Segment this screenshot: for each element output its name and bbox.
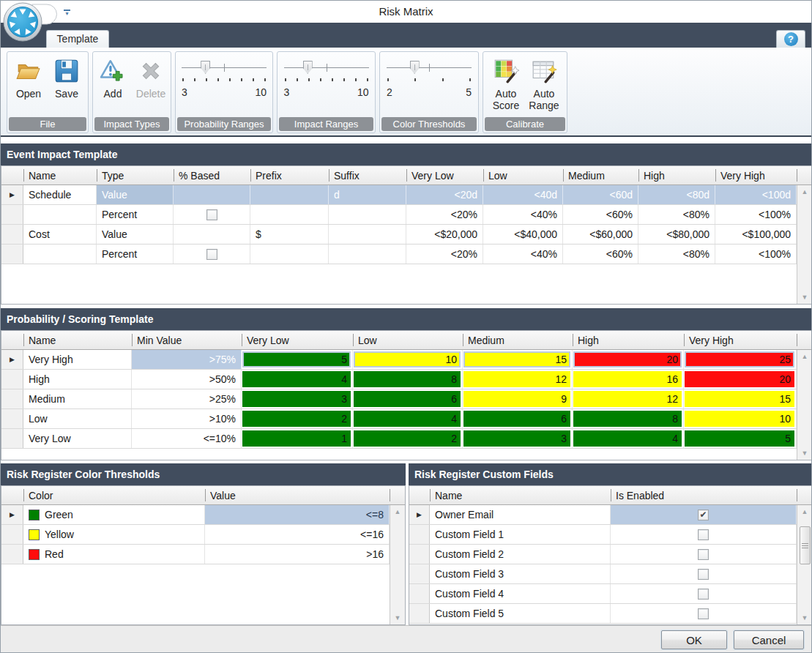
cell-low[interactable]: <40% <box>483 205 563 224</box>
cell-score-very-low[interactable]: 3 <box>242 389 353 408</box>
cell-pct-based[interactable] <box>174 245 250 264</box>
cell-is-enabled[interactable] <box>611 545 797 564</box>
cell-score-very-low[interactable]: 4 <box>242 370 353 389</box>
row-selector[interactable]: ▶ <box>1 350 23 369</box>
cell-low[interactable]: <40d <box>483 185 563 204</box>
cell-very-high[interactable]: <$100,000 <box>715 225 797 244</box>
auto-score-button[interactable]: Auto Score <box>487 56 525 111</box>
cell-score-very-low[interactable]: 1 <box>242 429 353 448</box>
impact-ranges-slider[interactable]: 3 10 <box>284 56 369 98</box>
col-header-low[interactable]: Low <box>483 166 563 184</box>
cell-suffix[interactable] <box>329 245 406 264</box>
col-header-color[interactable]: Color <box>23 486 205 504</box>
cell-pct-based[interactable] <box>174 185 250 204</box>
is-enabled-checkbox[interactable] <box>698 510 709 520</box>
cell-color[interactable]: Green <box>23 505 205 524</box>
cell-score-high[interactable]: 8 <box>573 409 684 428</box>
cell-score-medium[interactable]: 6 <box>463 409 573 428</box>
cell-score-high[interactable]: 4 <box>573 429 684 448</box>
cell-very-low[interactable]: <20d <box>406 185 483 204</box>
cell-name[interactable]: Custom Field 2 <box>430 545 611 564</box>
scrollbar-thumb[interactable] <box>800 526 811 564</box>
col-header-high[interactable]: High <box>573 331 684 349</box>
cell-min-value[interactable]: <=10% <box>132 429 242 448</box>
cell-name[interactable]: Custom Field 4 <box>430 584 611 603</box>
cell-pct-based[interactable] <box>174 225 250 244</box>
cell-score-low[interactable]: 6 <box>353 389 463 408</box>
cell-score-medium[interactable]: 3 <box>463 429 573 448</box>
row-selector[interactable] <box>409 604 430 623</box>
col-header-name[interactable]: Name <box>23 331 132 349</box>
cell-high[interactable]: <$80,000 <box>638 225 715 244</box>
row-selector[interactable] <box>1 525 23 544</box>
app-logo-icon[interactable] <box>3 2 42 42</box>
col-header-medium[interactable]: Medium <box>563 166 638 184</box>
cell-type[interactable]: Value <box>97 225 174 244</box>
slider-thumb[interactable] <box>201 61 210 74</box>
row-selector[interactable] <box>409 545 430 564</box>
cell-score-very-low[interactable]: 2 <box>242 409 353 428</box>
cell-score-very-low[interactable]: 5 <box>242 350 353 369</box>
cell-value[interactable]: <=8 <box>205 505 390 524</box>
cell-score-very-high[interactable]: 15 <box>684 389 797 408</box>
row-selector[interactable] <box>1 429 23 448</box>
scroll-down-icon[interactable]: ▼ <box>800 293 811 302</box>
cell-pct-based[interactable] <box>174 205 250 224</box>
cell-name[interactable] <box>23 245 97 264</box>
cell-score-high[interactable]: 12 <box>573 389 684 408</box>
col-header-very-low[interactable]: Very Low <box>242 331 353 349</box>
scroll-up-icon[interactable]: ▲ <box>800 352 811 361</box>
cell-name[interactable]: Schedule <box>23 185 97 204</box>
cancel-button[interactable]: Cancel <box>734 630 804 649</box>
cell-name[interactable]: Very Low <box>23 429 132 448</box>
cell-type[interactable]: Percent <box>97 245 174 264</box>
scroll-up-icon[interactable]: ▲ <box>392 507 403 516</box>
col-header-type[interactable]: Type <box>97 166 174 184</box>
cell-score-very-high[interactable]: 20 <box>684 370 797 389</box>
scroll-up-icon[interactable]: ▲ <box>800 187 811 196</box>
row-selector[interactable] <box>409 525 430 544</box>
cell-name[interactable]: Cost <box>23 225 97 244</box>
cell-prefix[interactable] <box>250 205 329 224</box>
cell-low[interactable]: <40% <box>483 245 563 264</box>
cell-is-enabled[interactable] <box>611 584 797 603</box>
cell-type[interactable]: Percent <box>97 205 174 224</box>
col-header-value[interactable]: Value <box>205 486 390 504</box>
cell-name[interactable]: Custom Field 5 <box>430 604 611 623</box>
cell-value[interactable]: >16 <box>205 545 390 564</box>
col-header-pct-based[interactable]: % Based <box>174 166 250 184</box>
vertical-scrollbar[interactable]: ▲ ▼ <box>797 185 812 304</box>
cell-type[interactable]: Value <box>97 185 174 204</box>
cell-high[interactable]: <80% <box>638 245 715 264</box>
cell-very-low[interactable]: <$20,000 <box>406 225 483 244</box>
row-selector[interactable] <box>1 409 23 428</box>
vertical-scrollbar[interactable]: ▲ ▼ <box>797 505 812 624</box>
cell-score-low[interactable]: 2 <box>353 429 463 448</box>
row-selector[interactable]: ▶ <box>409 505 430 524</box>
cell-very-low[interactable]: <20% <box>406 205 483 224</box>
scroll-down-icon[interactable]: ▼ <box>800 449 811 458</box>
is-enabled-checkbox[interactable] <box>698 569 709 580</box>
col-header-very-high[interactable]: Very High <box>715 166 797 184</box>
add-impact-type-button[interactable]: Add <box>94 56 132 100</box>
scroll-down-icon[interactable]: ▼ <box>392 613 403 622</box>
row-selector[interactable]: ▶ <box>1 185 23 204</box>
scroll-up-icon[interactable]: ▲ <box>800 507 811 516</box>
pct-based-checkbox[interactable] <box>206 249 217 260</box>
cell-name[interactable]: Custom Field 1 <box>430 525 611 544</box>
col-header-name[interactable]: Name <box>430 486 611 504</box>
cell-score-high[interactable]: 20 <box>573 350 684 369</box>
cell-low[interactable]: <$40,000 <box>483 225 563 244</box>
cell-score-medium[interactable]: 12 <box>463 370 573 389</box>
cell-score-low[interactable]: 8 <box>353 370 463 389</box>
cell-very-low[interactable]: <20% <box>406 245 483 264</box>
cell-medium[interactable]: <$60,000 <box>563 225 638 244</box>
col-header-very-low[interactable]: Very Low <box>406 166 483 184</box>
vertical-scrollbar[interactable]: ▲ ▼ <box>797 350 812 460</box>
row-selector[interactable] <box>1 370 23 389</box>
slider-thumb[interactable] <box>410 61 420 74</box>
cell-score-medium[interactable]: 15 <box>463 350 573 369</box>
cell-score-low[interactable]: 4 <box>353 409 463 428</box>
qat-customize-arrow-icon[interactable]: ▾ <box>64 10 70 15</box>
row-selector[interactable] <box>409 564 430 583</box>
